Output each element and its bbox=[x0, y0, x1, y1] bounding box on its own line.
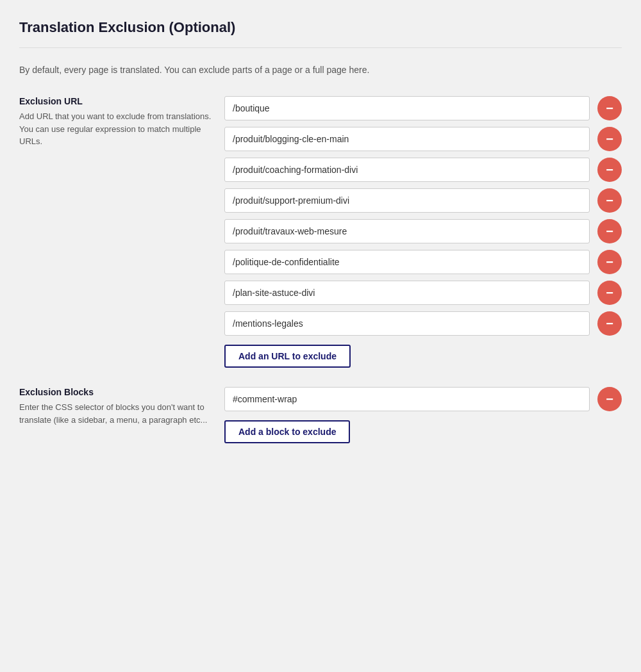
block-input-0[interactable] bbox=[224, 387, 590, 411]
block-row: − bbox=[224, 387, 622, 411]
url-row: − bbox=[224, 281, 622, 305]
remove-url-button-0[interactable]: − bbox=[597, 96, 622, 120]
url-input-5[interactable] bbox=[224, 250, 590, 274]
url-row: − bbox=[224, 311, 622, 336]
remove-url-button-1[interactable]: − bbox=[597, 127, 622, 151]
exclusion-blocks-label-group: Exclusion Blocks Enter the CSS selector … bbox=[19, 387, 224, 426]
exclusion-url-inputs: −−−−−−−− Add an URL to exclude bbox=[224, 96, 622, 368]
url-row: − bbox=[224, 158, 622, 182]
url-row: − bbox=[224, 250, 622, 274]
url-row: − bbox=[224, 219, 622, 243]
url-input-2[interactable] bbox=[224, 158, 590, 182]
remove-url-button-2[interactable]: − bbox=[597, 158, 622, 182]
url-input-4[interactable] bbox=[224, 219, 590, 243]
remove-url-button-7[interactable]: − bbox=[597, 311, 622, 336]
exclusion-blocks-section: Exclusion Blocks Enter the CSS selector … bbox=[19, 387, 622, 443]
url-row: − bbox=[224, 127, 622, 151]
page-title: Translation Exclusion (Optional) bbox=[19, 19, 622, 36]
url-input-7[interactable] bbox=[224, 311, 590, 336]
exclusion-url-description: Add URL that you want to exclude from tr… bbox=[19, 110, 212, 148]
url-row: − bbox=[224, 96, 622, 120]
url-rows-container: −−−−−−−− bbox=[224, 96, 622, 336]
page-description: By default, every page is translated. Yo… bbox=[19, 63, 622, 77]
url-input-1[interactable] bbox=[224, 127, 590, 151]
exclusion-blocks-inputs: − Add a block to exclude bbox=[224, 387, 622, 443]
url-input-3[interactable] bbox=[224, 188, 590, 213]
block-rows-container: − bbox=[224, 387, 622, 411]
remove-block-button-0[interactable]: − bbox=[597, 387, 622, 411]
exclusion-url-title: Exclusion URL bbox=[19, 96, 212, 106]
url-row: − bbox=[224, 188, 622, 213]
url-input-6[interactable] bbox=[224, 281, 590, 305]
exclusion-url-label-group: Exclusion URL Add URL that you want to e… bbox=[19, 96, 224, 148]
section-divider bbox=[19, 47, 622, 48]
remove-url-button-6[interactable]: − bbox=[597, 281, 622, 305]
remove-url-button-5[interactable]: − bbox=[597, 250, 622, 274]
add-url-button[interactable]: Add an URL to exclude bbox=[224, 345, 351, 368]
exclusion-blocks-description: Enter the CSS selector of blocks you don… bbox=[19, 401, 212, 426]
url-input-0[interactable] bbox=[224, 96, 590, 120]
remove-url-button-4[interactable]: − bbox=[597, 219, 622, 243]
remove-url-button-3[interactable]: − bbox=[597, 188, 622, 213]
add-block-button[interactable]: Add a block to exclude bbox=[224, 420, 350, 443]
exclusion-url-section: Exclusion URL Add URL that you want to e… bbox=[19, 96, 622, 368]
exclusion-blocks-title: Exclusion Blocks bbox=[19, 387, 212, 397]
